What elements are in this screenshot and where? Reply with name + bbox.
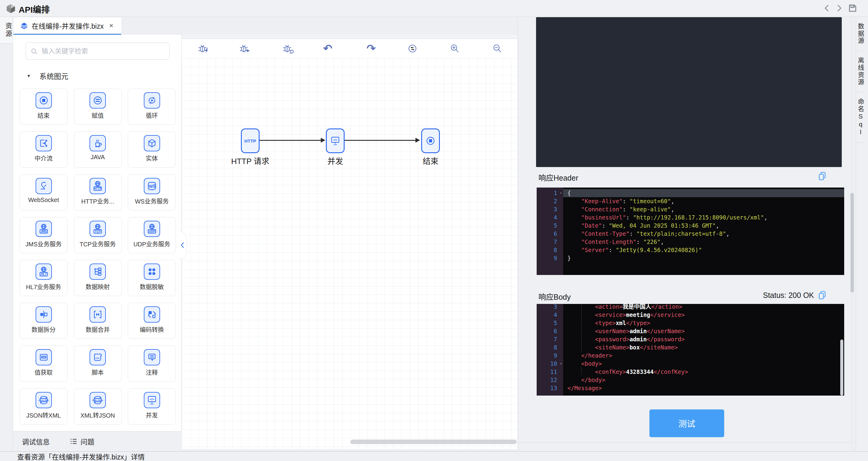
search-icon — [31, 48, 37, 55]
palette-item-data-split[interactable]: 数据拆分 — [20, 303, 67, 339]
palette-item-ws-service[interactable]: WWS业务服务 — [128, 174, 176, 211]
problems-tab[interactable]: 问题 — [81, 436, 94, 447]
palette-item-comment[interactable]: 注释 — [128, 345, 176, 382]
svg-text:</>: </> — [95, 357, 99, 360]
palette-item-data-map[interactable]: 数据映射 — [74, 260, 122, 296]
code-line: </body> — [563, 376, 844, 384]
palette-item-label: 注释 — [146, 368, 158, 376]
palette-item-label: HL7业务服务 — [26, 282, 61, 291]
debug-run-icon[interactable] — [239, 42, 251, 55]
triangle-down-icon[interactable]: ▼ — [27, 73, 31, 79]
assign-icon — [90, 92, 106, 109]
canvas-horizontal-scrollbar[interactable] — [350, 439, 517, 444]
right-tab-offline-resources[interactable]: 离线资源 — [856, 51, 865, 92]
palette-item-label: JMS业务服务 — [26, 239, 62, 248]
request-editor-panel[interactable] — [536, 17, 842, 167]
fold-toggle-icon[interactable]: ▾ — [560, 189, 562, 197]
line-number: 5 — [537, 319, 563, 327]
palette-section-label: 系统图元 — [39, 70, 68, 81]
editor-scrollbar[interactable] — [840, 339, 843, 396]
flow-connector[interactable] — [345, 140, 416, 141]
save-icon[interactable] — [848, 3, 858, 13]
code-line: { — [563, 189, 844, 197]
line-number: 11 — [537, 368, 563, 376]
palette-item-label: XML转JSON — [81, 411, 115, 420]
sidebar-tab-resources[interactable]: 资源 — [0, 17, 13, 44]
document-tab[interactable]: 在线编排-并发操作.bizx × — [13, 18, 121, 35]
panel-scrollbar[interactable] — [850, 193, 854, 293]
copy-icon[interactable] — [818, 290, 827, 300]
palette-item-http-service[interactable]: HTTPHTTP业务... — [74, 174, 122, 211]
palette-item-label: 数据合并 — [86, 325, 110, 334]
palette-item-encode-convert[interactable]: 编码转换 — [128, 303, 176, 339]
palette-item-end[interactable]: 结束 — [20, 89, 67, 125]
debug-step-icon[interactable] — [282, 42, 295, 55]
response-header-editor[interactable]: 1▾23456789{ "Keep-Alive": "timeout=60", … — [537, 188, 844, 275]
redo-icon[interactable]: ↷ — [365, 42, 377, 55]
palette-item-loop[interactable]: 循环 — [128, 89, 176, 125]
palette-item-label: WebSocket — [28, 196, 59, 204]
palette-item-websocket[interactable]: WebSocket — [20, 174, 67, 211]
palette-item-tcp-service[interactable]: TCPTCP业务服务 — [74, 217, 122, 253]
zoom-in-icon[interactable] — [448, 42, 461, 55]
palette-item-label: 结束 — [38, 111, 50, 120]
chevron-left-icon[interactable] — [823, 4, 832, 13]
tab-close-icon[interactable]: × — [109, 22, 113, 29]
palette-item-value-get[interactable]: (x)值获取 — [20, 345, 67, 382]
line-number: 2 — [537, 197, 563, 205]
code-line: } — [563, 254, 844, 262]
document-tabbar: 在线编排-并发操作.bizx × — [13, 17, 517, 35]
right-tab-named-sql[interactable]: 命名Sql — [856, 92, 865, 143]
flow-canvas[interactable]: HTTPHTTP 请求</>并发结束 — [182, 58, 517, 450]
line-number: 3 — [537, 304, 563, 311]
encode-convert-icon — [144, 306, 160, 322]
zoom-out-icon[interactable] — [491, 42, 503, 55]
search-input[interactable] — [41, 47, 157, 56]
end-icon — [36, 92, 52, 109]
palette-item-assign[interactable]: 赋值 — [74, 89, 122, 125]
palette-collapse-handle[interactable] — [178, 230, 187, 260]
chevron-right-icon[interactable] — [835, 4, 844, 13]
app-window: API编排 资源 在线编排-并发操作.bizx × ▼ 系统图 — [0, 0, 868, 461]
copy-icon[interactable] — [818, 171, 827, 181]
palette-item-jms-service[interactable]: JMSJMS业务服务 — [20, 217, 67, 253]
undo-icon[interactable]: ↶ — [321, 42, 334, 55]
status-bar: 查看资源「在线编排-并发操作.bizx」详情 — [0, 451, 868, 461]
right-tab-datasource[interactable]: 数据源 — [856, 17, 865, 51]
palette-item-hl7-service[interactable]: HL7HL7业务服务 — [20, 260, 67, 296]
swap-horizontal-icon[interactable] — [406, 42, 419, 55]
editor-code: <action>我是中国人</action> <service>meeting<… — [563, 304, 844, 396]
palette-item-data-mask[interactable]: 数据脱敏 — [128, 260, 176, 296]
flow-node-end[interactable]: 结束 — [421, 128, 440, 153]
line-number: 13 — [537, 384, 563, 392]
flow-connector[interactable] — [259, 140, 321, 141]
response-body-title: 响应Body — [538, 291, 571, 302]
code-line: <body> — [563, 360, 844, 368]
flow-node-concurrent[interactable]: </>并发 — [326, 128, 345, 153]
chevron-left-icon — [180, 242, 185, 248]
line-number: 10▾ — [537, 360, 563, 368]
list-icon[interactable] — [70, 437, 78, 445]
palette-item-xml-to-json[interactable]: XML-JsonXML转JSON — [74, 388, 122, 425]
response-body-editor[interactable]: 345678910▾111213 <action>我是中国人</action> … — [537, 304, 844, 396]
palette-item-udp-service[interactable]: UDPUDP业务服务 — [128, 217, 176, 253]
test-button[interactable]: 测试 — [649, 409, 724, 437]
palette-item-concurrent[interactable]: </>并发 — [128, 388, 176, 425]
palette-item-java[interactable]: JAVA — [74, 131, 122, 167]
flow-node-http-request[interactable]: HTTPHTTP 请求 — [241, 128, 259, 153]
palette-item-data-merge[interactable]: 数据合并 — [74, 303, 122, 339]
svg-text:(x): (x) — [42, 356, 45, 359]
palette-item-mediator[interactable]: 中介流 — [20, 131, 67, 167]
palette-section-header[interactable]: ▼ 系统图元 — [27, 70, 68, 81]
palette-item-json-to-xml[interactable]: Json-XMLJSON转XML — [20, 388, 67, 425]
fold-toggle-icon[interactable]: ▾ — [560, 360, 562, 368]
palette-item-label: JSON转XML — [26, 411, 61, 420]
palette-item-script[interactable]: </>脚本 — [74, 345, 122, 382]
code-line: "businessUrl": "http://192.168.17.215:80… — [563, 213, 844, 222]
debug-flash-icon[interactable] — [197, 42, 210, 55]
line-number: 3 — [537, 205, 563, 213]
palette-item-entity[interactable]: 实体 — [128, 131, 176, 167]
line-number: 6 — [537, 230, 563, 238]
debug-info-tab[interactable]: 调试信息 — [22, 436, 50, 447]
palette-item-label: JAVA — [90, 154, 104, 161]
